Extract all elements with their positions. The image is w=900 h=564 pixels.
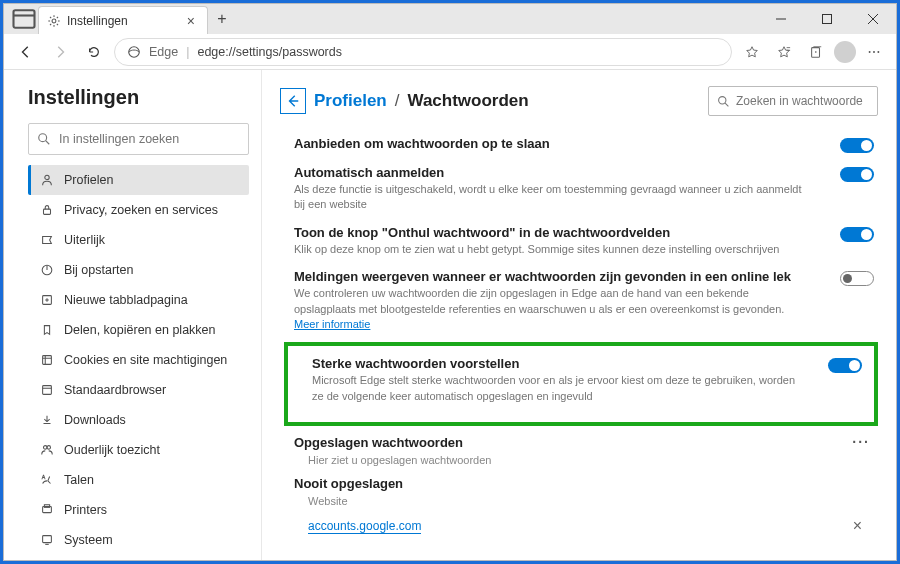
sidebar-item[interactable]: Printers bbox=[28, 495, 249, 525]
profile-avatar[interactable] bbox=[834, 41, 856, 63]
main-search[interactable]: Zoeken in wachtwoorde bbox=[708, 86, 878, 116]
breadcrumb-back-button[interactable] bbox=[280, 88, 306, 114]
url-path: edge://settings/passwords bbox=[197, 45, 342, 59]
toggle-switch[interactable] bbox=[840, 167, 874, 182]
browser-window: Instellingen × + Edge | edge://settings/… bbox=[3, 3, 897, 561]
sidebar-item-icon bbox=[39, 293, 54, 308]
setting-desc: We controleren uw wachtwoorden die zijn … bbox=[294, 286, 804, 332]
app-menu-button[interactable] bbox=[860, 38, 888, 66]
svg-line-40 bbox=[725, 103, 728, 106]
toggle-switch[interactable] bbox=[840, 138, 874, 153]
sidebar-item-label: Delen, kopiëren en plakken bbox=[64, 323, 216, 337]
setting-item: Sterke wachtwoorden voorstellenMicrosoft… bbox=[298, 354, 866, 414]
sidebar-item-icon bbox=[39, 413, 54, 428]
setting-item: Toon de knop "Onthul wachtwoord" in de w… bbox=[280, 223, 878, 267]
sidebar-search[interactable] bbox=[28, 123, 249, 155]
saved-passwords-header: Opgeslagen wachtwoorden ··· bbox=[294, 434, 878, 450]
sidebar-search-input[interactable] bbox=[59, 132, 240, 146]
svg-point-39 bbox=[719, 96, 726, 103]
sidebar-item-icon bbox=[39, 443, 54, 458]
search-icon bbox=[37, 132, 51, 146]
setting-title: Automatisch aanmelden bbox=[294, 165, 804, 180]
toggle-switch[interactable] bbox=[840, 227, 874, 242]
svg-text:A: A bbox=[41, 474, 45, 480]
svg-rect-0 bbox=[14, 10, 35, 28]
sidebar-item[interactable]: Uiterlijk bbox=[28, 225, 249, 255]
svg-point-19 bbox=[44, 175, 48, 179]
sidebar-item-icon bbox=[39, 323, 54, 338]
sidebar-item-label: Standaardbrowser bbox=[64, 383, 166, 397]
url-scheme-label: Edge bbox=[149, 45, 178, 59]
never-saved-site-link[interactable]: accounts.google.com bbox=[308, 519, 421, 534]
more-menu-button[interactable]: ··· bbox=[852, 434, 870, 450]
toggle-switch[interactable] bbox=[840, 271, 874, 286]
search-icon bbox=[717, 95, 730, 108]
sidebar-item[interactable]: Standaardbrowser bbox=[28, 375, 249, 405]
sidebar-item[interactable]: Privacy, zoeken en services bbox=[28, 195, 249, 225]
sidebar-item[interactable]: Downloads bbox=[28, 405, 249, 435]
tab-close-button[interactable]: × bbox=[185, 13, 197, 29]
sidebar-item-label: Bij opstarten bbox=[64, 263, 133, 277]
svg-rect-34 bbox=[42, 536, 51, 543]
sidebar-title: Instellingen bbox=[28, 86, 249, 109]
never-saved-column: Website bbox=[308, 495, 878, 507]
more-info-link[interactable]: Meer informatie bbox=[294, 318, 370, 330]
svg-point-2 bbox=[52, 19, 56, 23]
svg-point-17 bbox=[39, 134, 47, 142]
tab-strip: Instellingen × + bbox=[4, 4, 758, 34]
tab-title: Instellingen bbox=[67, 14, 128, 28]
svg-point-29 bbox=[43, 446, 47, 450]
sidebar-item-label: Systeem bbox=[64, 533, 113, 547]
sidebar-item-icon bbox=[39, 173, 54, 188]
maximize-button[interactable] bbox=[804, 4, 850, 34]
sidebar-item-icon: A bbox=[39, 473, 54, 488]
breadcrumb-root[interactable]: Profielen bbox=[314, 91, 387, 111]
svg-point-15 bbox=[873, 51, 875, 53]
setting-title: Meldingen weergeven wanneer er wachtwoor… bbox=[294, 269, 804, 284]
nav-forward-button[interactable] bbox=[46, 38, 74, 66]
minimize-button[interactable] bbox=[758, 4, 804, 34]
url-separator: | bbox=[186, 45, 189, 59]
main-panel: Profielen / Wachtwoorden Zoeken in wacht… bbox=[262, 70, 896, 560]
sidebar-item[interactable]: Systeem bbox=[28, 525, 249, 555]
nav-back-button[interactable] bbox=[12, 38, 40, 66]
setting-title: Sterke wachtwoorden voorstellen bbox=[312, 356, 808, 371]
svg-point-30 bbox=[47, 446, 51, 450]
svg-rect-4 bbox=[823, 15, 832, 24]
sidebar-item[interactable]: Cookies en site machtigingen bbox=[28, 345, 249, 375]
sidebar-item[interactable]: Ouderlijk toezicht bbox=[28, 435, 249, 465]
settings-sidebar: Instellingen ProfielenPrivacy, zoeken en… bbox=[4, 70, 262, 560]
window-controls bbox=[758, 4, 896, 34]
tabs-menu-button[interactable] bbox=[10, 5, 38, 33]
sidebar-item[interactable]: Bij opstarten bbox=[28, 255, 249, 285]
collections-button[interactable] bbox=[802, 38, 830, 66]
setting-item: Meldingen weergeven wanneer er wachtwoor… bbox=[280, 267, 878, 342]
svg-rect-20 bbox=[43, 209, 50, 214]
close-window-button[interactable] bbox=[850, 4, 896, 34]
toggle-switch[interactable] bbox=[828, 358, 862, 373]
sidebar-item-label: Nieuwe tabbladpagina bbox=[64, 293, 188, 307]
sidebar-item-icon bbox=[39, 383, 54, 398]
setting-desc: Klik op deze knop om te zien wat u hebt … bbox=[294, 242, 780, 257]
favorites-star-button[interactable] bbox=[738, 38, 766, 66]
sidebar-item-label: Ouderlijk toezicht bbox=[64, 443, 160, 457]
favorites-button[interactable] bbox=[770, 38, 798, 66]
sidebar-item[interactable]: Instellingen opnieuw instellen bbox=[28, 555, 249, 560]
new-tab-button[interactable]: + bbox=[208, 5, 236, 33]
svg-point-16 bbox=[877, 51, 879, 53]
never-saved-header: Nooit opgeslagen bbox=[294, 476, 878, 491]
breadcrumb-sep: / bbox=[395, 91, 400, 111]
sidebar-item-label: Printers bbox=[64, 503, 107, 517]
svg-point-14 bbox=[869, 51, 871, 53]
sidebar-item-label: Downloads bbox=[64, 413, 126, 427]
main-header: Profielen / Wachtwoorden Zoeken in wacht… bbox=[280, 86, 878, 116]
sidebar-item[interactable]: Nieuwe tabbladpagina bbox=[28, 285, 249, 315]
sidebar-item[interactable]: Delen, kopiëren en plakken bbox=[28, 315, 249, 345]
gear-icon bbox=[47, 14, 61, 28]
nav-refresh-button[interactable] bbox=[80, 38, 108, 66]
browser-tab[interactable]: Instellingen × bbox=[38, 6, 208, 34]
sidebar-item[interactable]: ATalen bbox=[28, 465, 249, 495]
sidebar-item[interactable]: Profielen bbox=[28, 165, 249, 195]
url-field[interactable]: Edge | edge://settings/passwords bbox=[114, 38, 732, 66]
remove-site-button[interactable]: × bbox=[853, 517, 862, 535]
